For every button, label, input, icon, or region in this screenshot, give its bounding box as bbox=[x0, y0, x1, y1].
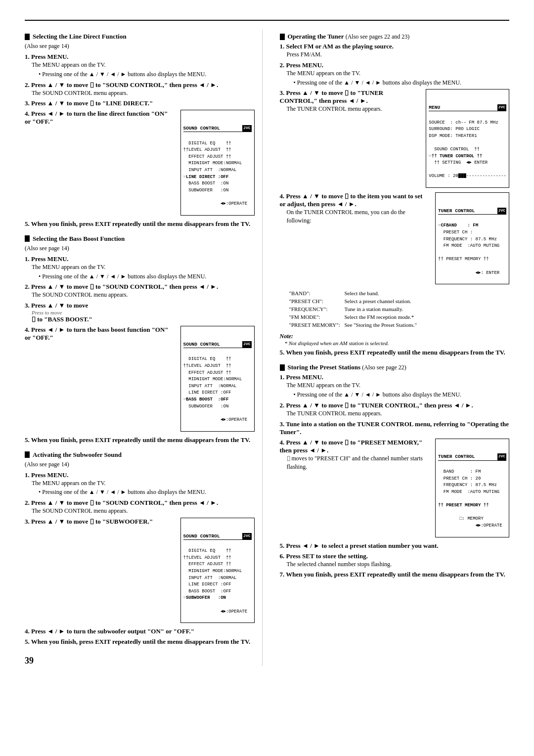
note-title: Note: bbox=[280, 333, 293, 340]
tuner-val-preset-ch: Select a preset channel station. bbox=[343, 298, 419, 305]
line-direct-section-header: Selecting the Line Direct Function bbox=[25, 33, 255, 41]
tuner-control-screen: TUNER CONTROLJVC ☞CFBAND : FM PRESET CH … bbox=[435, 192, 509, 284]
step-ld-2: 2. Press ▲ / ▼ to move ⌷ to "SOUND CONTR… bbox=[25, 81, 255, 97]
step-sw-5: 5. When you finish, press EXIT repeatedl… bbox=[25, 638, 255, 646]
line-direct-title: Selecting the Line Direct Function bbox=[33, 33, 127, 41]
step-ld-3: 3. Press ▲ / ▼ to move ⌷ to "LINE DIRECT… bbox=[25, 99, 255, 107]
step-sp-2: 2. Press ▲ / ▼ to move ⌷ to "TUNER CONTR… bbox=[280, 401, 510, 418]
step-bb-3: 3. Press ▲ / ▼ to move Press to move ⌷ t… bbox=[25, 302, 255, 323]
storing-section-header: Storing the Preset Stations (Also see pa… bbox=[280, 363, 510, 371]
tuner-key-band: "BAND": bbox=[288, 290, 342, 297]
storing-title: Storing the Preset Stations (Also see pa… bbox=[288, 363, 406, 371]
step-bb-4: SOUND CONTROLJVC DIGITAL EQ †† ††LEVEL A… bbox=[25, 326, 255, 433]
left-column: Selecting the Line Direct Function (Also… bbox=[25, 30, 263, 666]
step-ld-5: 5. When you finish, press EXIT repeatedl… bbox=[25, 220, 255, 228]
line-direct-subtitle: (Also see page 14) bbox=[25, 43, 255, 50]
press-to-move-label: Press to move bbox=[32, 310, 255, 315]
tuner-key-preset-memory: "PRESET MEMORY": bbox=[288, 321, 342, 328]
section-block-icon-3 bbox=[25, 451, 30, 458]
tuner-item-preset-memory: "PRESET MEMORY": See "Storing the Preset… bbox=[288, 321, 419, 328]
tuner-val-frequency: Tune in a station manually. bbox=[343, 306, 419, 312]
step-ot-5: 5. When you finish, press EXIT repeatedl… bbox=[280, 349, 510, 356]
step-sw-3: SOUND CONTROLJVC DIGITAL EQ †† ††LEVEL A… bbox=[25, 518, 255, 625]
step-ld-4: SOUND CONTROLJVC DIGITAL EQ †† ††LEVEL A… bbox=[25, 110, 255, 217]
sound-control-screen-ld: SOUND CONTROLJVC DIGITAL EQ †† ††LEVEL A… bbox=[180, 110, 255, 215]
tuner-val-fm-mode: Select the FM reception mode.* bbox=[343, 313, 419, 320]
step-bb-1: 1. Press MENU. The MENU appears on the T… bbox=[25, 255, 255, 281]
top-border bbox=[25, 20, 509, 21]
tuner-item-band: "BAND": Select the band. bbox=[288, 290, 419, 297]
bass-boost-section-header: Selecting the Bass Boost Function bbox=[25, 235, 255, 243]
step-ot-2: 2. Press MENU. The MENU appears on the T… bbox=[280, 61, 510, 87]
step-sw-2: 2. Press ▲ / ▼ to move ⌷ to "SOUND CONTR… bbox=[25, 499, 255, 515]
tuner-item-frequency: "FREQUENCY": Tune in a station manually. bbox=[288, 306, 419, 312]
tuner-items-table: "BAND": Select the band. "PRESET CH": Se… bbox=[287, 289, 420, 329]
section-block-icon bbox=[25, 34, 30, 40]
step-sp-7: 7. When you finish, press EXIT repeatedl… bbox=[280, 571, 510, 578]
step-sp-1: 1. Press MENU. The MENU appears on the T… bbox=[280, 373, 510, 399]
step-ot-4: TUNER CONTROLJVC ☞CFBAND : FM PRESET CH … bbox=[280, 192, 510, 286]
two-column-layout: Selecting the Line Direct Function (Also… bbox=[25, 30, 509, 666]
tuner-key-fm-mode: "FM MODE": bbox=[288, 313, 342, 320]
step-sp-4: TUNER CONTROLJVC BAND : FM PRESET CH : 2… bbox=[280, 439, 510, 539]
step-sw-4: 4. Press ◄ / ► to turn the subwoofer out… bbox=[25, 627, 255, 635]
tuner-title: Operating the Tuner (Also see pages 22 a… bbox=[288, 33, 410, 41]
right-column: Operating the Tuner (Also see pages 22 a… bbox=[277, 30, 510, 666]
section-block-icon-5 bbox=[280, 364, 285, 371]
step-ld-1: 1. Press MENU. The MENU appears on the T… bbox=[25, 53, 255, 79]
tuner-section-header: Operating the Tuner (Also see pages 22 a… bbox=[280, 33, 510, 41]
step-ot-1: 1. Select FM or AM as the playing source… bbox=[280, 43, 510, 59]
step-ot-3: MENUJVC SOURCE : ch-- FM 87.5 MHz SURROU… bbox=[280, 89, 510, 190]
step-bb-2: 2. Press ▲ / ▼ to move ⌷ to "SOUND CONTR… bbox=[25, 283, 255, 299]
step-sp-6: 6. Press SET to store the setting. The s… bbox=[280, 552, 510, 569]
step-bb-5: 5. When you finish, press EXIT repeatedl… bbox=[25, 436, 255, 444]
step-sw-1: 1. Press MENU. The MENU appears on the T… bbox=[25, 471, 255, 497]
tuner-note: Note: * Not displayed when an AM station… bbox=[280, 332, 510, 346]
page-container: Selecting the Line Direct Function (Also… bbox=[25, 20, 509, 666]
section-block-icon-4 bbox=[280, 34, 285, 40]
sound-control-screen-bb: SOUND CONTROLJVC DIGITAL EQ †† ††LEVEL A… bbox=[180, 326, 255, 431]
sound-control-screen-sw: SOUND CONTROLJVC DIGITAL EQ †† ††LEVEL A… bbox=[180, 518, 255, 623]
page-number: 39 bbox=[25, 656, 255, 666]
tuner-val-band: Select the band. bbox=[343, 290, 419, 297]
subwoofer-subtitle: (Also see page 14) bbox=[25, 461, 255, 468]
step-sp-3: 3. Tune into a station on the TUNER CONT… bbox=[280, 420, 510, 436]
tuner-val-preset-memory: See "Storing the Preset Stations." bbox=[343, 321, 419, 328]
menu-screen-tuner: MENUJVC SOURCE : ch-- FM 87.5 MHz SURROU… bbox=[426, 89, 509, 188]
tuner-item-preset-ch: "PRESET CH": Select a preset channel sta… bbox=[288, 298, 419, 305]
section-block-icon-2 bbox=[25, 235, 30, 242]
step-sp-5: 5. Press ◄ / ► to select a preset statio… bbox=[280, 542, 510, 550]
tuner-control-screen-preset: TUNER CONTROLJVC BAND : FM PRESET CH : 2… bbox=[435, 439, 509, 537]
tuner-key-frequency: "FREQUENCY": bbox=[288, 306, 342, 312]
subwoofer-title: Activating the Subwoofer Sound bbox=[33, 451, 122, 459]
note-text: * Not displayed when an AM station is se… bbox=[285, 340, 510, 346]
subwoofer-section-header: Activating the Subwoofer Sound bbox=[25, 451, 255, 459]
bass-boost-title: Selecting the Bass Boost Function bbox=[33, 235, 125, 243]
tuner-item-fm-mode: "FM MODE": Select the FM reception mode.… bbox=[288, 313, 419, 320]
tuner-key-preset-ch: "PRESET CH": bbox=[288, 298, 342, 305]
bass-boost-subtitle: (Also see page 14) bbox=[25, 245, 255, 252]
